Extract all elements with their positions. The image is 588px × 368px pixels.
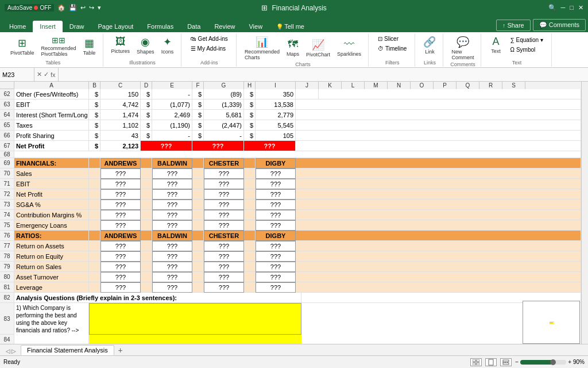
cell-a76[interactable]: RATIOS: [14, 231, 89, 241]
cell-a64[interactable]: Interest (Short Term/Long Term) [14, 110, 89, 120]
cell-a-rat-79[interactable]: Return on Sales [14, 262, 89, 272]
cell-i-fin-72[interactable]: ??? [256, 189, 296, 200]
cell-g-fin-75[interactable]: ??? [204, 220, 244, 231]
col-header-s[interactable]: S [502, 82, 525, 89]
cell-d62[interactable]: $ [141, 89, 152, 99]
cell-g-fin-71[interactable]: ??? [204, 179, 244, 189]
minimize-button[interactable]: ─ [561, 4, 566, 11]
col-header-l[interactable]: L [342, 82, 365, 89]
cell-f66[interactable]: $ [192, 131, 204, 141]
tab-home[interactable]: Home [2, 21, 33, 32]
sheet-scroll-left[interactable]: ◁ [6, 348, 10, 354]
tab-review[interactable]: Review [207, 21, 242, 32]
link-button[interactable]: 🔗 Link [421, 34, 438, 56]
cell-g62[interactable]: (89) [204, 89, 244, 99]
tab-data[interactable]: Data [180, 21, 207, 32]
add-sheet-button[interactable]: + [115, 345, 126, 355]
cell-e63[interactable]: (1,077) [152, 99, 192, 110]
cell-i66[interactable]: 105 [256, 131, 296, 141]
cell-e62[interactable]: - [152, 89, 192, 99]
sheet-tab-financial-statement-analysis[interactable]: Financial Statement Analysis [21, 345, 114, 355]
cell-i-fin-70[interactable]: ??? [256, 168, 296, 179]
cell-i-fin-75[interactable]: ??? [256, 220, 296, 231]
col-header-m[interactable]: M [365, 82, 388, 89]
cell-e-rat-78[interactable]: ??? [152, 251, 192, 262]
quick-access-home[interactable]: 🏠 [57, 4, 65, 12]
cell-a62[interactable]: Other (Fees/Writeoffs) [14, 89, 89, 99]
col-header-b[interactable]: B [89, 82, 100, 89]
cell-h64[interactable]: $ [244, 110, 256, 120]
cell-e-fin-71[interactable]: ??? [152, 179, 192, 189]
cell-f67-g67[interactable]: ??? [192, 141, 244, 151]
cell-e65[interactable]: (1,190) [152, 120, 192, 131]
col-header-n[interactable]: N [388, 82, 411, 89]
col-header-o[interactable]: O [411, 82, 434, 89]
cell-c64[interactable]: 1,474 [100, 110, 141, 120]
cell-g66[interactable]: - [204, 131, 244, 141]
sparklines-button[interactable]: 〰 Sparklines [335, 37, 363, 58]
cell-c-rat-80[interactable]: ??? [100, 272, 141, 282]
cell-b64[interactable]: $ [89, 110, 100, 120]
slicer-button[interactable]: ⊡Slicer [374, 34, 402, 43]
recommended-charts-button[interactable]: 📊 RecommendedCharts [242, 34, 282, 62]
cell-g-rat-77[interactable]: ??? [204, 241, 244, 251]
zoom-out-button[interactable]: − [515, 359, 519, 365]
share-button[interactable]: ↑ Share [496, 20, 530, 31]
cell-a66[interactable]: Profit Sharing [14, 131, 89, 141]
cell-c65[interactable]: 1,102 [100, 120, 141, 131]
maps-button[interactable]: 🗺 Maps [284, 37, 301, 58]
zoom-level[interactable]: 90% [573, 359, 585, 365]
get-addins-button[interactable]: 🛍Get Add-ins [187, 34, 231, 43]
grid-container[interactable]: A B C D E F G H I J K L M N O P Q R S [0, 82, 581, 344]
close-button[interactable]: ✕ [578, 4, 583, 12]
cell-a-fin-75[interactable]: Emergency Loans [14, 220, 89, 231]
zoom-slider[interactable] [520, 360, 566, 365]
cell-g-fin-74[interactable]: ??? [204, 210, 244, 220]
cell-c-rat-81[interactable]: ??? [100, 282, 141, 293]
cell-b66[interactable]: $ [89, 131, 100, 141]
cell-a67[interactable]: Net Profit [14, 141, 89, 151]
cell-a65[interactable]: Taxes [14, 120, 89, 131]
cell-d67-e67[interactable]: ??? [141, 141, 192, 151]
col-header-k[interactable]: K [319, 82, 342, 89]
name-box[interactable]: M23 [0, 68, 34, 81]
cell-e66[interactable]: - [152, 131, 192, 141]
cell-c67[interactable]: 2,123 [100, 141, 141, 151]
cell-c-fin-73[interactable]: ??? [100, 200, 141, 210]
cell-a69[interactable]: FINANCIALS: [14, 158, 89, 168]
vertical-scrollbar[interactable] [581, 82, 588, 344]
cell-g65[interactable]: (2,447) [204, 120, 244, 131]
cell-b83-answer1[interactable] [89, 303, 301, 335]
cell-i-fin-74[interactable]: ??? [256, 210, 296, 220]
my-addins-button[interactable]: ☰My Add-ins [187, 44, 229, 53]
cell-g-fin-73[interactable]: ??? [204, 200, 244, 210]
shapes-button[interactable]: ◉ Shapes [134, 34, 157, 56]
cell-i64[interactable]: 2,779 [256, 110, 296, 120]
cell-d64[interactable]: $ [141, 110, 152, 120]
cell-c63[interactable]: 4,742 [100, 99, 141, 110]
col-header-e[interactable]: E [152, 82, 192, 89]
cell-h67-i67[interactable]: ??? [244, 141, 296, 151]
table-button[interactable]: ▦ Table [81, 36, 98, 57]
tab-page-layout[interactable]: Page Layout [91, 21, 141, 32]
cell-a-fin-72[interactable]: Net Profit [14, 189, 89, 200]
cell-d63[interactable]: $ [141, 99, 152, 110]
view-page-break-button[interactable] [500, 358, 512, 366]
cell-c62[interactable]: 150 [100, 89, 141, 99]
autosave-badge[interactable]: AutoSave OFF [5, 4, 54, 12]
cell-i-rat-80[interactable]: ??? [256, 272, 296, 282]
cell-i63[interactable]: 13,538 [256, 99, 296, 110]
cell-g-rat-78[interactable]: ??? [204, 251, 244, 262]
formula-confirm[interactable]: ✓ [44, 71, 49, 78]
quick-access-dropdown[interactable]: ▾ [98, 4, 101, 12]
recommended-pivot-tables-button[interactable]: ⊞⊞ RecommendedPivotTables [39, 34, 79, 58]
cell-f63[interactable]: $ [192, 99, 204, 110]
tab-insert[interactable]: Insert [33, 21, 63, 32]
cell-a-fin-71[interactable]: EBIT [14, 179, 89, 189]
quick-access-redo[interactable]: ↪ [89, 4, 94, 12]
cell-g-rat-79[interactable]: ??? [204, 262, 244, 272]
cell-e-fin-74[interactable]: ??? [152, 210, 192, 220]
sheet-scroll-right[interactable]: ▷ [11, 348, 16, 354]
col-header-c[interactable]: C [100, 82, 141, 89]
search-icon[interactable]: 🔍 [548, 4, 556, 12]
